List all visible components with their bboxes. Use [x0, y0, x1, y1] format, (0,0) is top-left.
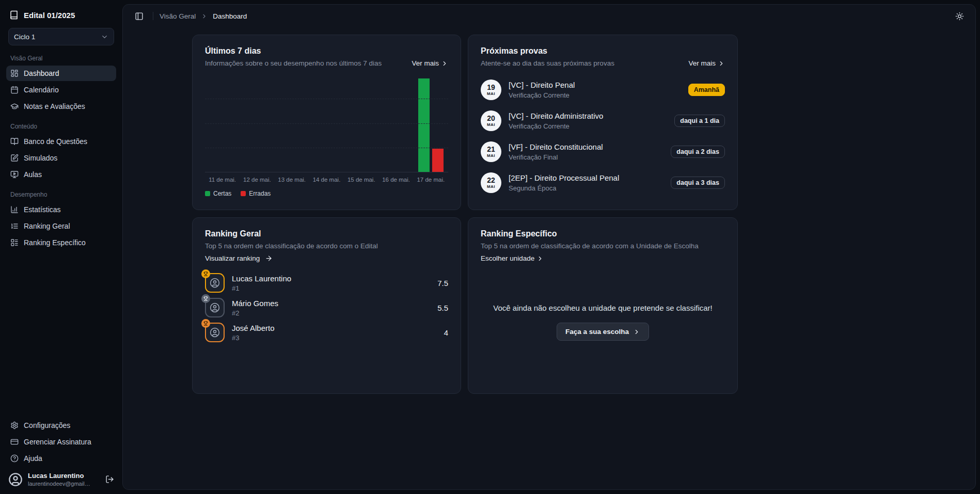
sidebar-item-label: Notas e Avaliações [24, 102, 85, 110]
calendar-icon [10, 86, 19, 94]
topbar: Visão Geral Dashboard [123, 5, 975, 27]
escolher-unidade-link[interactable]: Escolher unidade [481, 254, 725, 262]
chevron-right-icon [718, 60, 725, 67]
chart-bar-erradas [432, 149, 444, 172]
logout-button[interactable] [105, 475, 114, 484]
card-head-text: Próximas provas Atente-se ao dia das sua… [481, 46, 614, 67]
sidebar-item-banco-questoes[interactable]: Banco de Questões [6, 134, 116, 149]
last7-bar-chart: 11 de mai.12 de mai.13 de mai.14 de mai.… [205, 74, 448, 197]
empty-state: Você ainda não escolheu a unidade que pr… [481, 262, 725, 382]
card-proximas-provas: Próximas provas Atente-se ao dia das sua… [468, 35, 738, 210]
rank-score: 4 [444, 328, 448, 337]
sidebar-item-ranking-geral[interactable]: Ranking Geral [6, 218, 116, 234]
exam-info: [VC] - Direito Administrativo Verificaçã… [509, 111, 603, 130]
theme-toggle-button[interactable] [952, 8, 967, 24]
card-ranking-geral: Ranking Geral Top 5 na ordem de classifi… [192, 217, 461, 394]
user-menu[interactable]: Lucas Laurentino laurentinodeev@gmail.c.… [6, 467, 116, 487]
breadcrumb-parent[interactable]: Visão Geral [160, 12, 196, 20]
chart-x-label: 11 de mai. [205, 177, 240, 183]
chart-x-label: 15 de mai. [344, 177, 378, 183]
visualizar-ranking-link[interactable]: Visualizar ranking [205, 254, 448, 262]
trophy-badge [201, 294, 210, 303]
sidebar-item-configuracoes[interactable]: Configurações [6, 418, 116, 433]
faca-sua-escolha-button[interactable]: Faça a sua escolha [557, 323, 649, 341]
exam-info: [VF] - Direito Constitucional Verificaçã… [509, 142, 603, 161]
list-ordered-icon [10, 222, 19, 230]
chart-bar-certas [418, 78, 430, 172]
exam-row: 20 MAI [VC] - Direito Administrativo Ver… [481, 105, 725, 136]
sidebar: Edital 01/2025 Ciclo 1 Visão Geral Dashb… [0, 0, 122, 494]
section-label-conteudo: Conteúdo [6, 115, 116, 133]
sidebar-item-ajuda[interactable]: Ajuda [6, 451, 116, 466]
exam-title: [VC] - Direito Administrativo [509, 111, 603, 120]
rank-info: Mário Gomes #2 [232, 299, 278, 317]
sidebar-item-notas-avaliacoes[interactable]: Notas e Avaliações [6, 99, 116, 114]
app-header: Edital 01/2025 [6, 6, 116, 22]
chart-plot [205, 74, 448, 172]
sidebar-item-label: Estatísticas [24, 205, 61, 214]
rank-position: #1 [232, 284, 291, 292]
exam-badge: daqui a 3 dias [671, 177, 725, 189]
rank-score: 5.5 [437, 304, 448, 312]
sidebar-toggle-button[interactable] [131, 8, 147, 24]
rank-position: #2 [232, 309, 278, 317]
exam-subtitle: Segunda Época [509, 184, 619, 192]
logout-icon [105, 475, 114, 484]
ver-mais-link[interactable]: Ver mais [688, 59, 725, 67]
sidebar-item-label: Configurações [24, 421, 70, 429]
sidebar-item-simulados[interactable]: Simulados [6, 150, 116, 166]
legend-item: Certas [205, 190, 231, 197]
sidebar-item-ranking-especifico[interactable]: Ranking Específico [6, 235, 116, 250]
sidebar-item-dashboard[interactable]: Dashboard [6, 66, 116, 81]
exam-title: [VC] - Direito Penal [509, 81, 575, 89]
rank-name: Lucas Laurentino [232, 274, 291, 283]
notebook-icon [9, 10, 19, 20]
chevron-right-icon [201, 13, 208, 20]
legend-item: Erradas [241, 190, 271, 197]
chevron-right-icon [633, 328, 640, 336]
card-title: Últimos 7 dias [205, 46, 382, 56]
sidebar-item-label: Banco de Questões [24, 137, 87, 146]
chevron-right-icon [441, 60, 448, 67]
sidebar-item-calendario[interactable]: Calendário [6, 82, 116, 98]
user-info: Lucas Laurentino laurentinodeev@gmail.c.… [28, 472, 91, 487]
rank-name: José Alberto [232, 324, 275, 332]
exam-info: [VC] - Direito Penal Verificação Corrent… [509, 81, 575, 99]
rank-info: Lucas Laurentino #1 [232, 274, 291, 292]
help-circle-icon [10, 454, 19, 463]
chart-gridline [205, 123, 448, 124]
exam-info: [2EP] - Direito Processual Penal Segunda… [509, 173, 619, 192]
exam-subtitle: Verificação Corrente [509, 91, 575, 99]
sidebar-item-estatisticas[interactable]: Estatísticas [6, 202, 116, 217]
sidebar-item-label: Ranking Específico [24, 238, 86, 247]
user-avatar-icon [210, 302, 220, 313]
panel-left-icon [135, 12, 144, 21]
book-open-icon [10, 137, 19, 146]
sidebar-item-label: Gerenciar Assinatura [24, 438, 91, 446]
card-subtitle: Top 5 na ordem de classificação de acord… [205, 242, 448, 250]
exam-subtitle: Verificação Final [509, 153, 603, 161]
sidebar-item-aulas[interactable]: Aulas [6, 167, 116, 182]
chart-x-label: 13 de mai. [275, 177, 309, 183]
exam-date: 19 MAI [481, 79, 501, 100]
exam-subtitle: Verificação Corrente [509, 122, 603, 130]
exam-row: 22 MAI [2EP] - Direito Processual Penal … [481, 167, 725, 198]
trophy-icon [203, 272, 208, 276]
ver-mais-link[interactable]: Ver mais [412, 59, 448, 67]
sun-icon [955, 12, 964, 21]
cycle-select[interactable]: Ciclo 1 [8, 28, 114, 45]
main-panel: Visão Geral Dashboard Últimos 7 dias Inf… [122, 4, 976, 490]
user-avatar-icon [210, 327, 220, 338]
app-title: Edital 01/2025 [24, 11, 75, 20]
exam-badge: daqui a 1 dia [674, 115, 725, 127]
sidebar-item-gerenciar-assinatura[interactable]: Gerenciar Assinatura [6, 434, 116, 450]
sidebar-item-label: Calendário [24, 86, 59, 94]
rank-row: Lucas Laurentino #1 7.5 [205, 270, 448, 295]
monitor-play-icon [10, 170, 19, 179]
exam-title: [VF] - Direito Constitucional [509, 142, 603, 151]
chart-gridline [205, 148, 448, 148]
rank-name: Mário Gomes [232, 299, 278, 308]
exam-date: 20 MAI [481, 110, 501, 131]
chart-x-label: 17 de mai. [414, 177, 448, 183]
card-head-text: Últimos 7 dias Informações sobre o seu d… [205, 46, 382, 67]
